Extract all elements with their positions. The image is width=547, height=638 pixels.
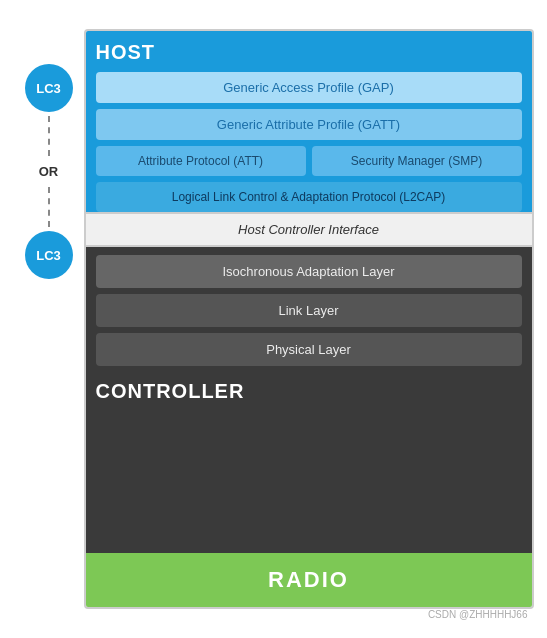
- radio-label: RADIO: [268, 567, 349, 592]
- att-box: Attribute Protocol (ATT): [96, 146, 306, 176]
- watermark: CSDN @ZHHHHHJ66: [428, 609, 528, 620]
- radio-section: RADIO: [86, 553, 532, 607]
- link-layer-box: Link Layer: [96, 294, 522, 327]
- or-label: OR: [39, 164, 59, 179]
- att-smp-row: Attribute Protocol (ATT) Security Manage…: [96, 146, 522, 176]
- host-title: HOST: [96, 41, 522, 64]
- lc3-circle-top: LC3: [25, 64, 73, 112]
- l2cap-box: Logical Link Control & Adaptation Protoc…: [96, 182, 522, 212]
- gap-box: Generic Access Profile (GAP): [96, 72, 522, 103]
- hci-section: Host Controller Interface: [86, 212, 532, 247]
- smp-box: Security Manager (SMP): [312, 146, 522, 176]
- lc3-label-bottom: LC3: [36, 248, 61, 263]
- left-side: LC3 OR LC3: [14, 14, 84, 624]
- lc3-label-top: LC3: [36, 81, 61, 96]
- iso-box: Isochronous Adaptation Layer: [96, 255, 522, 288]
- controller-title: CONTROLLER: [96, 374, 522, 407]
- host-section: HOST Generic Access Profile (GAP) Generi…: [86, 31, 532, 212]
- diagram-wrapper: LC3 OR LC3 HOST Generic Access Profile (…: [14, 14, 534, 624]
- outer-container: LC3 OR LC3 HOST Generic Access Profile (…: [0, 0, 547, 638]
- controller-section: Isochronous Adaptation Layer Link Layer …: [86, 247, 532, 553]
- physical-layer-box: Physical Layer: [96, 333, 522, 366]
- dotted-line-bottom: [48, 187, 50, 227]
- dotted-line-top: [48, 116, 50, 156]
- main-diagram: HOST Generic Access Profile (GAP) Generi…: [84, 29, 534, 609]
- gatt-box: Generic Attribute Profile (GATT): [96, 109, 522, 140]
- lc3-circle-bottom: LC3: [25, 231, 73, 279]
- hci-label: Host Controller Interface: [238, 222, 379, 237]
